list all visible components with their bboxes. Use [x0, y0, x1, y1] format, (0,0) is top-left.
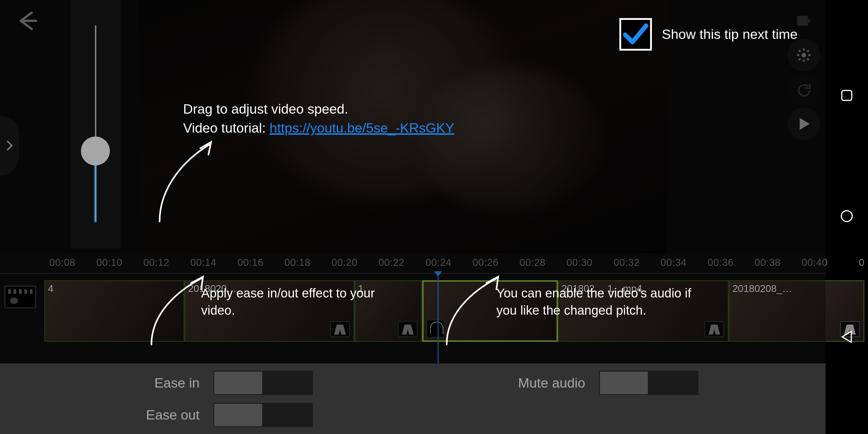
ruler-tick: 00:20 [332, 257, 358, 269]
clip-label: 4 [45, 281, 56, 297]
ruler-tick: 00:12 [144, 257, 169, 269]
back-button[interactable] [13, 7, 40, 34]
ruler-tick: 00:40 [802, 257, 828, 269]
svg-rect-2 [842, 90, 852, 100]
ruler-tick: 00:32 [614, 257, 640, 269]
ruler-tick: 00:28 [520, 257, 546, 269]
ruler-tick: 00:16 [238, 257, 264, 269]
play-icon[interactable] [787, 107, 820, 140]
mute-audio-toggle[interactable] [599, 370, 698, 395]
arrow-icon [442, 272, 505, 353]
ruler-tick: 00:10 [96, 257, 122, 269]
undo-icon[interactable] [787, 73, 820, 106]
transition-icon[interactable] [330, 321, 350, 337]
ruler-tick: 00:26 [472, 257, 498, 269]
drawer-toggle[interactable] [0, 116, 19, 176]
home-icon[interactable] [840, 209, 854, 225]
ruler-tick: 00:34 [661, 257, 687, 269]
ruler-tick: 00:22 [378, 257, 404, 269]
tip-speed-line1: Drag to adjust video speed. [183, 99, 455, 119]
ruler-tick: 00:30 [567, 257, 592, 269]
ruler-tick: 00:08 [50, 257, 75, 269]
ease-out-toggle[interactable] [213, 403, 313, 427]
clip-label [424, 282, 429, 285]
svg-point-3 [841, 211, 852, 221]
ease-in-toggle[interactable] [213, 370, 313, 395]
show-tip-label: Show this tip next time [662, 27, 798, 42]
ruler-tick: 00:14 [190, 257, 216, 269]
speed-slider-knob[interactable] [81, 136, 110, 165]
ruler-tick: 00:24 [426, 257, 452, 269]
tip-ease-text: Apply ease in/out effect to your video. [201, 286, 375, 317]
speedometer-icon [427, 320, 444, 338]
tip-audio-text: You can enable the video's audio if you … [496, 286, 691, 317]
playhead[interactable] [438, 276, 438, 364]
show-tip-checkbox[interactable] [619, 18, 652, 51]
svg-rect-0 [797, 16, 808, 26]
arrow-icon [147, 272, 210, 353]
arrow-icon [155, 135, 218, 231]
ruler-tick: 00:18 [284, 257, 310, 269]
nav-back-icon[interactable] [840, 330, 854, 346]
svg-point-1 [802, 53, 806, 58]
ruler-tick: 00:38 [755, 257, 781, 269]
timeline-ruler: 00:0800:1000:1200:1400:1600:1800:2000:22… [44, 257, 826, 272]
ease-out-label: Ease out [127, 407, 199, 423]
clip-label: 20180208_… [730, 281, 795, 297]
ruler-tick: 00:36 [708, 257, 734, 269]
tip-speed-line2-prefix: Video tutorial: [183, 120, 270, 135]
mute-audio-label: Mute audio [513, 375, 585, 390]
speed-slider[interactable] [70, 0, 121, 249]
tip-speed-link[interactable]: https://youtu.be/5se_-KRsGKY [270, 120, 454, 135]
media-bin-icon[interactable] [4, 286, 36, 308]
transition-icon[interactable] [398, 321, 418, 337]
recent-apps-icon[interactable] [840, 88, 854, 104]
transition-icon[interactable] [704, 321, 724, 337]
ease-in-label: Ease in [127, 375, 199, 390]
